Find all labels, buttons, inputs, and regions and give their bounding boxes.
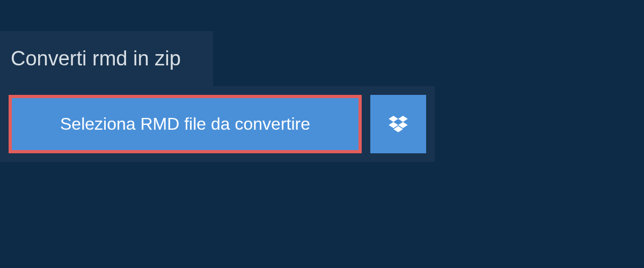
dropbox-icon bbox=[389, 116, 408, 133]
dropbox-upload-button[interactable] bbox=[370, 95, 426, 153]
page-header-tab: Converti rmd in zip bbox=[0, 31, 213, 86]
select-file-button[interactable]: Seleziona RMD file da convertire bbox=[9, 95, 362, 153]
page-title: Converti rmd in zip bbox=[11, 47, 181, 70]
upload-panel: Seleziona RMD file da convertire bbox=[0, 86, 435, 162]
